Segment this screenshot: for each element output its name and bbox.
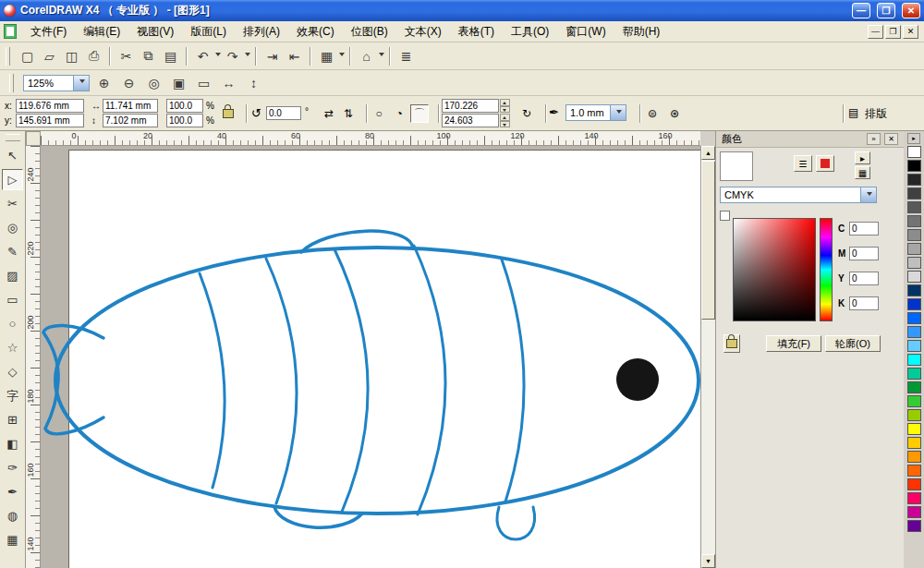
- guidelines-icon[interactable]: ≣: [395, 45, 417, 66]
- saturation-value-picker[interactable]: [733, 218, 816, 321]
- freehand-tool[interactable]: ✎: [2, 241, 23, 262]
- paste-icon[interactable]: ▤: [160, 45, 181, 66]
- basic-shapes-tool[interactable]: ◇: [2, 361, 23, 382]
- mirror-vertical-icon[interactable]: ⇅: [339, 104, 358, 123]
- palette-swatch[interactable]: [907, 409, 921, 421]
- scroll-up-icon[interactable]: ▲: [701, 146, 715, 160]
- menu-help[interactable]: 帮助(H): [614, 21, 669, 42]
- menu-text[interactable]: 文本(X): [396, 21, 450, 42]
- object-width-field[interactable]: [103, 99, 158, 113]
- palette-swatch[interactable]: [907, 451, 921, 463]
- zoom-width-icon[interactable]: ↔: [218, 72, 239, 93]
- import-icon[interactable]: ⇥: [261, 45, 283, 66]
- arc-start-spinner[interactable]: [500, 99, 510, 113]
- menu-effects[interactable]: 效果(C): [288, 21, 343, 42]
- ellipse-tool[interactable]: ○: [2, 313, 23, 334]
- arc-start-angle-field[interactable]: [442, 99, 499, 113]
- palette-swatch[interactable]: [907, 354, 921, 366]
- menu-edit[interactable]: 编辑(E): [75, 21, 128, 42]
- text-tool[interactable]: 字: [2, 385, 23, 406]
- zoom-all-icon[interactable]: ▣: [168, 72, 189, 93]
- palette-swatch[interactable]: [907, 492, 921, 504]
- zoom-level-combo[interactable]: 125%: [23, 75, 90, 91]
- outline-combo-arrow-icon[interactable]: [610, 105, 626, 120]
- menu-table[interactable]: 表格(T): [450, 21, 503, 42]
- toolbar-grip[interactable]: [9, 74, 14, 92]
- undo-dropdown-icon[interactable]: [215, 53, 221, 59]
- color-sliders-icon[interactable]: ☰: [794, 155, 812, 172]
- docker-collapse-icon[interactable]: »: [867, 133, 881, 145]
- menu-window[interactable]: 窗口(W): [557, 21, 614, 42]
- menu-tools[interactable]: 工具(O): [503, 21, 557, 42]
- zoom-height-icon[interactable]: ↕: [243, 72, 264, 93]
- close-button[interactable]: ✕: [902, 3, 920, 18]
- palette-swatch[interactable]: [907, 229, 921, 241]
- shape-tool[interactable]: ▷: [2, 169, 23, 190]
- minimize-button[interactable]: —: [852, 3, 870, 18]
- rotation-angle-field[interactable]: [266, 106, 301, 120]
- x-position-field[interactable]: [16, 99, 84, 113]
- palette-swatch[interactable]: [907, 506, 921, 518]
- swap-direction-icon[interactable]: ↻: [517, 104, 536, 123]
- palette-swatch[interactable]: [907, 520, 921, 532]
- palette-swatch[interactable]: [907, 271, 921, 283]
- cut-icon[interactable]: ✂: [116, 45, 137, 66]
- palette-swatch[interactable]: [907, 437, 921, 449]
- docker-close-icon[interactable]: ✕: [884, 133, 898, 145]
- settings-gear-icon[interactable]: ⊛: [665, 104, 684, 123]
- palette-swatch[interactable]: [907, 340, 921, 352]
- vertical-ruler[interactable]: 240 220 200 180 160 140: [26, 146, 41, 568]
- app-launcher-icon[interactable]: ▦: [316, 45, 337, 66]
- scrollbar-thumb[interactable]: [701, 161, 715, 320]
- arc-mode-icon[interactable]: ⌒: [410, 104, 429, 123]
- doc-minimize-button[interactable]: —: [868, 25, 883, 39]
- palette-swatch[interactable]: [907, 160, 921, 172]
- polygon-tool[interactable]: ☆: [2, 337, 23, 358]
- toolbar-grip[interactable]: [6, 47, 10, 66]
- app-launcher-dropdown-icon[interactable]: [339, 53, 345, 59]
- menu-bitmaps[interactable]: 位图(B): [343, 21, 396, 42]
- table-tool[interactable]: ⊞: [2, 409, 23, 430]
- restore-button[interactable]: ❐: [877, 3, 895, 18]
- palette-swatch[interactable]: [907, 326, 921, 338]
- zoom-page-icon[interactable]: ▭: [193, 72, 214, 93]
- copy-icon[interactable]: ⧉: [138, 45, 159, 66]
- color-model-arrow-icon[interactable]: [860, 187, 876, 202]
- menu-view[interactable]: 视图(V): [128, 21, 182, 42]
- palette-swatch[interactable]: [907, 298, 921, 310]
- channel-m-field[interactable]: [849, 247, 879, 260]
- channel-y-field[interactable]: [849, 272, 879, 285]
- palette-swatch[interactable]: [907, 423, 921, 435]
- pie-mode-icon[interactable]: ◔: [390, 104, 408, 123]
- export-icon[interactable]: ⇤: [284, 45, 305, 66]
- new-icon[interactable]: ▢: [17, 45, 38, 66]
- menu-arrange[interactable]: 排列(A): [235, 21, 288, 42]
- zoom-selected-icon[interactable]: ◎: [143, 72, 164, 93]
- palette-swatch[interactable]: [907, 174, 921, 186]
- ellipse-mode-icon[interactable]: ○: [370, 104, 388, 123]
- wrap-text-icon[interactable]: ⊜: [643, 104, 662, 123]
- outline-width-combo[interactable]: 1.0 mm: [565, 104, 626, 121]
- smart-fill-tool[interactable]: ▨: [2, 265, 23, 286]
- palette-swatch[interactable]: [907, 312, 921, 324]
- print-icon[interactable]: ⎙: [83, 45, 104, 66]
- docker-flyout-icon[interactable]: ▸: [855, 151, 870, 164]
- scale-x-field[interactable]: [166, 99, 203, 113]
- horizontal-ruler[interactable]: 0 20 40 60 80 100 120 140 160: [41, 131, 700, 146]
- undo-icon[interactable]: ↶: [192, 45, 213, 66]
- corel-online-icon[interactable]: ⌂: [356, 45, 377, 66]
- doc-restore-button[interactable]: ❐: [885, 25, 901, 39]
- menu-file[interactable]: 文件(F): [22, 21, 75, 42]
- color-model-combo[interactable]: CMYK: [720, 187, 877, 203]
- ruler-origin-box[interactable]: [26, 131, 41, 146]
- channel-k-field[interactable]: [849, 296, 879, 310]
- palette-scroll-icon[interactable]: ▸: [907, 133, 920, 144]
- vertical-scrollbar[interactable]: ▲ ▼: [700, 146, 715, 568]
- rectangle-tool[interactable]: ▭: [2, 289, 23, 310]
- save-icon[interactable]: ◫: [61, 45, 82, 66]
- fill-tool[interactable]: ◍: [2, 505, 23, 526]
- menu-layout[interactable]: 版面(L): [182, 21, 235, 42]
- scroll-down-icon[interactable]: ▼: [701, 554, 715, 568]
- hue-strip[interactable]: [820, 218, 833, 321]
- eyedropper-tool[interactable]: ✑: [2, 457, 23, 478]
